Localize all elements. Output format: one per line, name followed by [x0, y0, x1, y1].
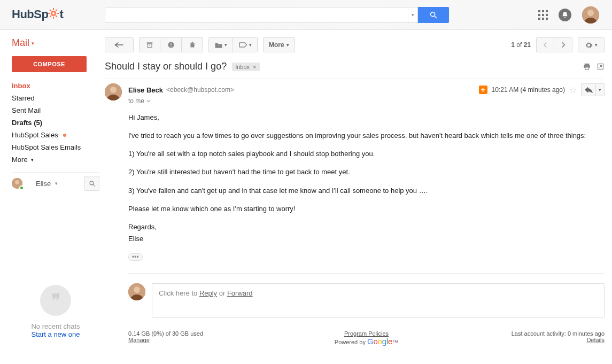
search-icon: [89, 180, 96, 187]
message-body: Hi James, I've tried to reach you a few …: [128, 105, 605, 262]
sidebar-more[interactable]: More ▾: [12, 153, 99, 166]
forward-link[interactable]: Forward: [227, 289, 253, 297]
presence-name: Elise: [36, 180, 51, 188]
sidebar-item-inbox[interactable]: Inbox: [12, 80, 99, 92]
sidebar-item-starred[interactable]: Starred: [12, 92, 99, 104]
brand-label: HubSpot HubSpt: [12, 7, 63, 22]
svg-rect-27: [191, 42, 193, 43]
svg-line-8: [50, 16, 51, 17]
mail-dropdown[interactable]: Mail▾: [12, 37, 99, 49]
back-button[interactable]: [105, 37, 134, 52]
google-logo: Google: [367, 337, 392, 346]
svg-rect-24: [171, 46, 171, 47]
svg-rect-30: [585, 67, 588, 69]
more-button[interactable]: More ▾: [263, 37, 295, 52]
my-avatar: [128, 283, 145, 300]
storage-text: 0.14 GB (0%) of 30 GB used: [128, 330, 287, 337]
newer-button[interactable]: [554, 37, 572, 52]
svg-line-7: [56, 10, 57, 11]
footer: 0.14 GB (0%) of 30 GB used Manage Progra…: [128, 330, 605, 346]
sidebar-item-drafts[interactable]: Drafts (5): [12, 117, 99, 129]
presence-online-icon: [19, 185, 24, 190]
print-button[interactable]: [583, 63, 591, 71]
svg-line-11: [435, 16, 437, 18]
details-link[interactable]: Details: [586, 337, 605, 343]
back-arrow-icon: [114, 41, 124, 49]
notifications-icon[interactable]: [559, 9, 571, 21]
older-button[interactable]: [536, 37, 554, 52]
hubspot-badge-icon[interactable]: +: [479, 86, 487, 94]
gear-icon: [585, 41, 593, 49]
reply-button[interactable]: [582, 84, 595, 96]
reply-link[interactable]: Reply: [199, 289, 217, 297]
move-to-button[interactable]: ▾: [208, 37, 233, 52]
print-icon: [583, 63, 591, 71]
svg-rect-26: [190, 43, 195, 44]
sprocket-icon: [48, 8, 59, 19]
sidebar-item-hubspot-sales-emails[interactable]: HubSpot Sales Emails: [12, 141, 99, 153]
recipients-row[interactable]: to me: [128, 97, 605, 105]
delete-button[interactable]: [182, 37, 203, 52]
labels-button[interactable]: ▾: [233, 37, 258, 52]
hangouts-start-link[interactable]: Start a new one: [31, 330, 80, 338]
svg-point-14: [63, 134, 66, 137]
reply-menu-button[interactable]: ▾: [595, 84, 604, 96]
star-button[interactable]: ☆: [569, 85, 577, 95]
hangouts-search-button[interactable]: [84, 176, 99, 191]
sender-avatar[interactable]: [105, 83, 122, 100]
manage-storage-link[interactable]: Manage: [128, 337, 150, 343]
show-trimmed-button[interactable]: •••: [128, 253, 143, 261]
spam-icon: [167, 41, 175, 49]
reply-field[interactable]: Click here to Reply or Forward: [152, 283, 605, 317]
timestamp: 10:21 AM (4 minutes ago): [492, 86, 565, 94]
hangouts-quote-icon: ❞: [40, 285, 71, 316]
chevron-left-icon: [543, 42, 547, 48]
sender-name[interactable]: Elise Beck: [128, 86, 163, 94]
svg-rect-21: [149, 45, 150, 45]
open-in-new-button[interactable]: [596, 63, 605, 71]
svg-point-9: [52, 12, 55, 14]
svg-line-18: [93, 184, 95, 186]
header: HubSpot HubSpt ▾: [0, 0, 612, 30]
hangouts-empty-state: ❞ No recent chats Start a new one: [12, 194, 99, 338]
search-options-dropdown[interactable]: ▾: [408, 7, 417, 22]
toolbar: ▾ ▾ More ▾ 1 of 21 ▾: [105, 30, 605, 60]
apps-icon[interactable]: [538, 10, 548, 20]
hangouts-presence[interactable]: Elise ▾: [12, 172, 99, 194]
trash-icon: [189, 41, 196, 49]
svg-rect-20: [148, 44, 152, 47]
svg-point-10: [431, 12, 435, 16]
spam-button[interactable]: [160, 37, 182, 52]
account-avatar[interactable]: [582, 6, 599, 24]
last-activity-text: Last account activity: 0 minutes ago: [446, 330, 605, 337]
chevron-right-icon: [561, 42, 565, 48]
sidebar-item-sent[interactable]: Sent Mail: [12, 104, 99, 117]
folder-icon: [214, 42, 223, 49]
message: Elise Beck <ebeck@hubspot.com> + 10:21 A…: [105, 79, 605, 346]
svg-rect-19: [147, 42, 153, 43]
search-input[interactable]: [105, 7, 408, 22]
svg-point-13: [587, 10, 594, 16]
sidebar-item-hubspot-sales[interactable]: HubSpot Sales: [12, 129, 99, 141]
open-in-new-icon: [596, 63, 605, 71]
svg-rect-23: [171, 43, 171, 45]
label-chip-inbox[interactable]: Inbox×: [232, 63, 259, 71]
archive-button[interactable]: [139, 37, 160, 52]
hangouts-empty-text: No recent chats: [12, 322, 99, 330]
sender-email: <ebeck@hubspot.com>: [166, 86, 234, 94]
svg-line-6: [56, 16, 57, 17]
chevron-down-icon: [146, 99, 151, 103]
svg-line-5: [50, 10, 51, 11]
settings-button[interactable]: ▾: [578, 37, 605, 52]
remove-label-icon[interactable]: ×: [253, 64, 256, 70]
search-button[interactable]: [418, 7, 449, 23]
brand-logo[interactable]: HubSpot HubSpt: [0, 7, 105, 22]
reply-icon: [585, 87, 593, 93]
search-icon: [429, 11, 438, 19]
svg-rect-28: [585, 64, 590, 65]
compose-button[interactable]: COMPOSE: [12, 56, 87, 72]
search-bar: ▾: [105, 7, 449, 23]
svg-point-16: [15, 180, 19, 184]
program-policies-link[interactable]: Program Policies: [344, 330, 389, 337]
archive-icon: [146, 41, 153, 49]
